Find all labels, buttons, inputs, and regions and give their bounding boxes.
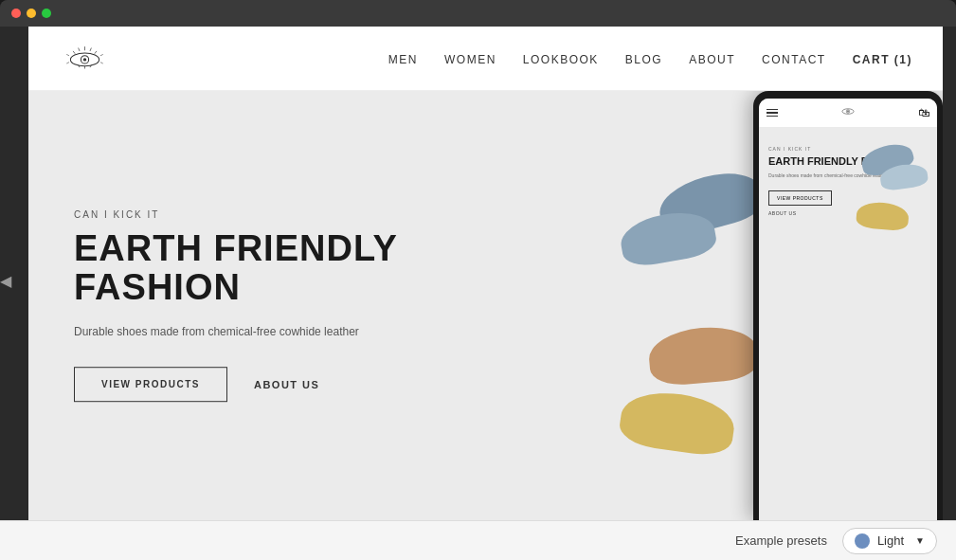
hero-title: EARTH FRIENDLY FASHION [74,229,472,309]
nav-women[interactable]: WOMEN [444,53,496,66]
phone-hero: CAN I KICK IT EARTH FRIENDLY FASHION Dur… [759,127,937,520]
nav-blog[interactable]: BLOG [625,53,662,66]
nav-about[interactable]: ABOUT [689,53,735,66]
hero-description: Durable shoes made from chemical-free co… [74,323,472,340]
logo-area [59,42,388,75]
nav-contact[interactable]: CONTACT [762,53,826,66]
phone-mockup: 🛍 CAN I KICK IT EARTH FRIENDLY FASHION D… [753,91,943,520]
svg-line-1 [79,48,80,51]
svg-line-4 [95,51,97,54]
browser-top-bar [0,0,956,27]
nav-cart[interactable]: CART (1) [853,53,912,66]
phone-logo-icon [838,104,858,121]
hero-buttons: VIEW PRODUCTS ABOUT US [74,367,472,402]
hero-content: CAN I KICK IT EARTH FRIENDLY FASHION Dur… [74,209,472,403]
presets-label: Example presets [735,533,827,548]
expand-dot[interactable] [42,9,51,18]
phone-shoe-3 [856,201,910,232]
about-us-button[interactable]: ABOUT US [254,379,319,390]
nav-men[interactable]: MEN [388,53,418,66]
shoe-tan [647,323,761,388]
nav-lookbook[interactable]: LOOKBOOK [523,53,599,66]
svg-point-17 [847,111,848,112]
theme-toggle-circle [855,533,870,549]
svg-line-11 [66,54,69,55]
phone-cart-icon: 🛍 [918,106,929,120]
site-nav: MEN WOMEN LOOKBOOK BLOG ABOUT CONTACT CA… [28,27,943,91]
shoe-yellow-1 [617,387,737,459]
minimize-dot[interactable] [27,9,36,18]
scroll-left-arrow[interactable]: ◀ [0,271,11,289]
svg-line-2 [90,48,91,51]
phone-hamburger-icon [767,109,778,117]
dropdown-arrow-icon: ▼ [915,535,925,546]
view-products-button[interactable]: VIEW PRODUCTS [74,367,227,402]
bottom-bar: Example presets Light ▼ [0,520,956,560]
nav-links: MEN WOMEN LOOKBOOK BLOG ABOUT CONTACT CA… [388,50,912,67]
hero-section: CAN I KICK IT EARTH FRIENDLY FASHION Dur… [28,91,943,520]
logo-icon [59,42,111,75]
svg-point-7 [83,58,86,61]
phone-view-products-btn[interactable]: VIEW PRODUCTS [768,190,832,206]
browser-chrome: ◀ [0,0,956,560]
website-area: MEN WOMEN LOOKBOOK BLOG ABOUT CONTACT CA… [28,27,943,520]
close-dot[interactable] [11,9,21,18]
theme-label: Light [877,533,904,548]
svg-line-12 [100,54,103,55]
hero-subtitle: CAN I KICK IT [74,209,472,220]
svg-line-14 [100,63,103,63]
phone-screen: 🛍 CAN I KICK IT EARTH FRIENDLY FASHION D… [759,99,937,520]
theme-toggle-button[interactable]: Light ▼ [842,528,937,554]
svg-line-13 [66,63,69,63]
svg-line-3 [73,51,75,54]
phone-shoes [852,136,937,520]
phone-nav: 🛍 [759,99,937,127]
